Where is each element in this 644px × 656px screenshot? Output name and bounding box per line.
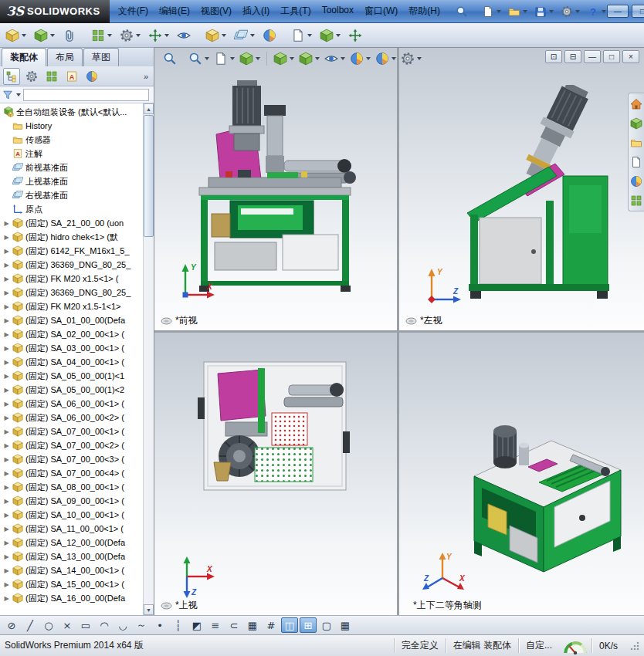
tree-item[interactable]: ▶ (固定) SA_21_00_00 (uon	[0, 216, 144, 230]
tree-item[interactable]: ▶ (固定) SA_06_00_00<1> (	[0, 397, 144, 411]
expand-arrow-icon[interactable]: ▶	[3, 512, 10, 519]
expand-arrow-icon[interactable]: ▶	[3, 373, 10, 380]
expand-arrow-icon[interactable]: ▶	[3, 539, 10, 546]
file-explorer-tab[interactable]	[630, 136, 643, 149]
apply-scene-button[interactable]	[375, 51, 397, 66]
expand-arrow-icon[interactable]: ▶	[3, 442, 10, 449]
dimxpertmanager-tab[interactable]	[63, 68, 80, 85]
expand-arrow-icon[interactable]: ▶	[3, 581, 10, 588]
circle-tool-button[interactable]: ○	[40, 617, 57, 633]
viewport-left[interactable]: Y Z *左视	[399, 48, 644, 330]
line-tool-button[interactable]: ╱	[22, 617, 39, 633]
minimize-window-button[interactable]: —	[584, 50, 601, 63]
tree-item[interactable]: ▶ 注解	[0, 147, 144, 161]
menu-item[interactable]: 文件(F)	[113, 2, 154, 21]
expand-arrow-icon[interactable]: ▶	[3, 553, 10, 560]
tab-sketch[interactable]: 草图	[83, 48, 119, 66]
tree-item[interactable]: ▶ (固定) SA_15_00_00<1> (	[0, 577, 144, 591]
expand-arrow-icon[interactable]: ▶	[3, 595, 10, 602]
tree-item[interactable]: ▶ (固定) 36369_DNG_80_25_	[0, 286, 144, 299]
tree-item[interactable]: ▶ (固定) 6142_FK_M16x1_5_	[0, 244, 144, 258]
tree-item[interactable]: ▶ 右视基准面	[0, 188, 144, 202]
tab-assembly[interactable]: 装配体	[2, 48, 46, 66]
expand-arrow-icon[interactable]: ▶	[3, 303, 10, 310]
centerpoint-arc-button[interactable]: ◠	[96, 617, 113, 633]
menu-item[interactable]: Toolbox	[317, 2, 359, 21]
zoom-area-button[interactable]	[188, 51, 210, 66]
expand-arrow-icon[interactable]: ▶	[3, 484, 10, 491]
section-view-button[interactable]	[239, 51, 261, 66]
expand-arrow-icon[interactable]: ▶	[3, 470, 10, 477]
tree-root-item[interactable]: 全自动组装设备 (默认<默认...	[0, 105, 144, 119]
minimize-button[interactable]: —	[607, 5, 629, 18]
viewport-lock-button[interactable]: ⊟	[564, 50, 581, 63]
propertymanager-tab[interactable]	[23, 68, 40, 85]
spline-tool-button[interactable]: ～	[133, 617, 150, 633]
expand-arrow-icon[interactable]: ▶	[3, 262, 10, 269]
expand-arrow-icon[interactable]: ▶	[3, 345, 10, 352]
tree-item[interactable]: ▶ (固定) SA_07_00_00<3> (	[0, 452, 144, 466]
appearances-scenes-tab[interactable]	[630, 174, 643, 188]
filter-funnel-icon[interactable]	[2, 90, 13, 100]
grid-snap-button[interactable]: #	[263, 617, 280, 633]
smart-fasteners-button[interactable]	[118, 27, 142, 44]
viewport-single-button[interactable]: ▢	[318, 617, 335, 633]
expand-arrow-icon[interactable]: ▶	[3, 567, 10, 574]
tree-item[interactable]: ▶ History	[0, 119, 144, 133]
smart-dimension-button[interactable]: ⊘	[3, 617, 20, 633]
zoom-fit-button[interactable]	[162, 51, 185, 66]
tree-item[interactable]: ▶ (固定) SA_10_00_00<1> (	[0, 508, 144, 522]
tree-item[interactable]: ▶ 传感器	[0, 133, 144, 147]
edit-component-button[interactable]	[4, 27, 28, 44]
filter-caret-icon[interactable]	[16, 93, 21, 96]
menu-item[interactable]: 窗口(W)	[359, 2, 403, 21]
tree-item[interactable]: ▶ (固定) SA_06_00_00<2> (	[0, 411, 144, 424]
displaymanager-tab[interactable]	[83, 68, 100, 85]
tree-item[interactable]: ▶ (固定) 36369_DNG_80_25_	[0, 258, 144, 272]
tree-item[interactable]: ▶ 上视基准面	[0, 174, 144, 188]
menu-item[interactable]: 工具(T)	[275, 2, 316, 21]
tree-item[interactable]: ▶ 原点	[0, 202, 144, 216]
tree-item[interactable]: ▶ (固定) FK M20 x1.5-1<1>	[0, 299, 144, 313]
display-style-button[interactable]	[298, 51, 320, 66]
expand-arrow-icon[interactable]: ▶	[3, 526, 10, 533]
new-motion-study-button[interactable]	[261, 27, 285, 44]
menu-item[interactable]: 帮助(H)	[403, 2, 446, 21]
viewport-link-button[interactable]: ▦	[337, 617, 354, 633]
viewport-two-button[interactable]: ◫	[281, 617, 298, 633]
customize-tab[interactable]: 自定...	[518, 638, 559, 653]
tree-item[interactable]: ▶ (固定) SA_16_00_00(Defa	[0, 591, 144, 605]
help-button[interactable]	[586, 5, 607, 19]
linear-component-pattern-button[interactable]	[90, 27, 114, 44]
hide-show-items-button[interactable]	[324, 51, 346, 66]
save-document-button[interactable]	[534, 5, 554, 19]
tree-item[interactable]: ▶ (固定) SA_03_00_00<1> (	[0, 341, 144, 355]
mate-button[interactable]	[61, 27, 85, 44]
linear-sketch-pattern-button[interactable]: ▦	[244, 617, 261, 633]
graphics-area[interactable]: Y X *前视	[154, 48, 644, 615]
viewport-layout-button[interactable]: ⊡	[545, 50, 562, 63]
expand-arrow-icon[interactable]: ▶	[3, 401, 10, 407]
tree-item[interactable]: ▶ (固定) FK M20 x1.5<1> (	[0, 272, 144, 286]
mirror-entities-button[interactable]: ◩	[188, 617, 205, 633]
search-button[interactable]	[455, 5, 476, 19]
view-palette-tab[interactable]	[630, 155, 643, 168]
tree-item[interactable]: ▶ (固定) SA_01_00_00(Defa	[0, 313, 144, 327]
insert-component-button[interactable]	[32, 27, 56, 44]
tree-item[interactable]: ▶ (固定) SA_13_00_00(Defa	[0, 549, 144, 563]
viewport-top[interactable]: X Z *上视	[154, 333, 397, 615]
tree-item[interactable]: ▶ (固定) SA_12_00_00(Defa	[0, 536, 144, 549]
view-orientation-button[interactable]	[273, 51, 295, 66]
tangent-arc-button[interactable]: ◡	[114, 617, 131, 633]
expand-arrow-icon[interactable]: ▶	[3, 428, 10, 435]
expand-arrow-icon[interactable]: ▶	[3, 248, 10, 255]
tree-item[interactable]: ▶ (固定) SA_04_00_00<1> (	[0, 355, 144, 369]
assembly-features-button[interactable]	[204, 27, 228, 44]
expand-arrow-icon[interactable]: ▶	[3, 498, 10, 505]
offset-entities-button[interactable]: ≡	[207, 617, 224, 633]
move-component-button[interactable]	[147, 27, 171, 44]
maximize-button[interactable]: □	[632, 5, 644, 18]
custom-properties-tab[interactable]	[630, 194, 643, 207]
menu-item[interactable]: 插入(I)	[237, 2, 275, 21]
tree-item[interactable]: ▶ (固定) SA_09_00_00<1> (	[0, 494, 144, 508]
